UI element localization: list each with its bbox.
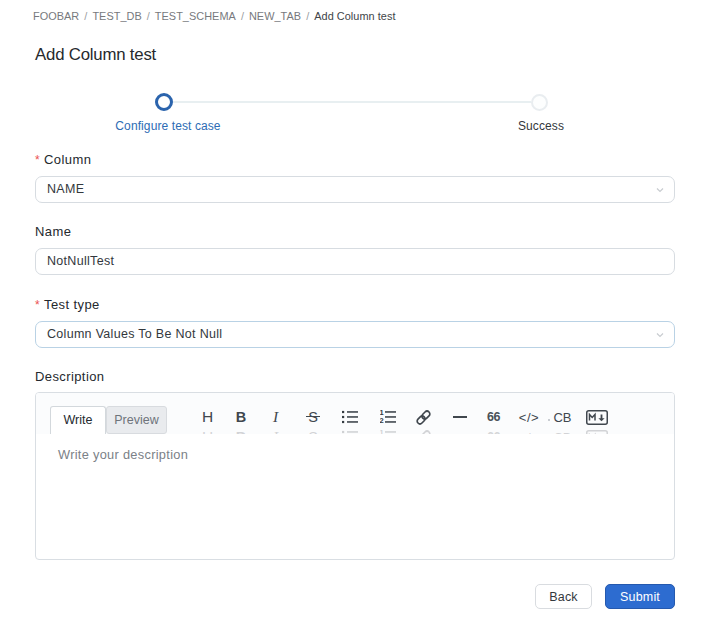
svg-text:2: 2: [380, 416, 384, 425]
svg-text:1: 1: [380, 430, 384, 434]
